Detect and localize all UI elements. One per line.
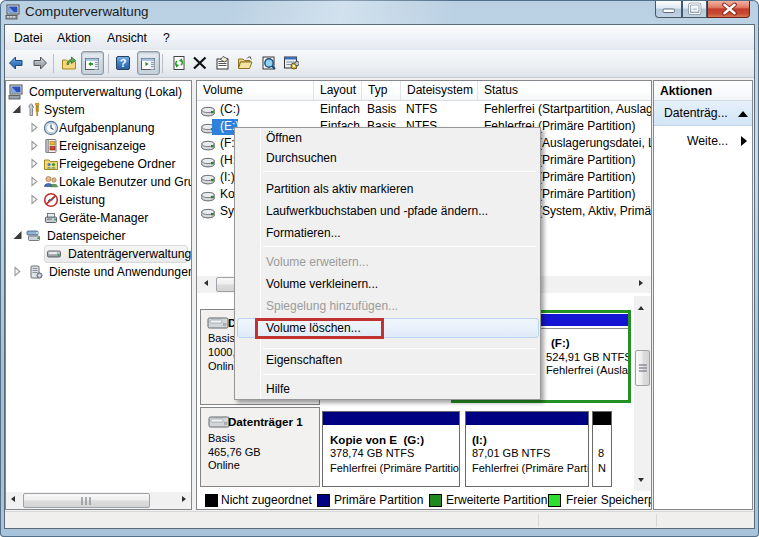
svg-text:?: ? — [120, 57, 127, 69]
